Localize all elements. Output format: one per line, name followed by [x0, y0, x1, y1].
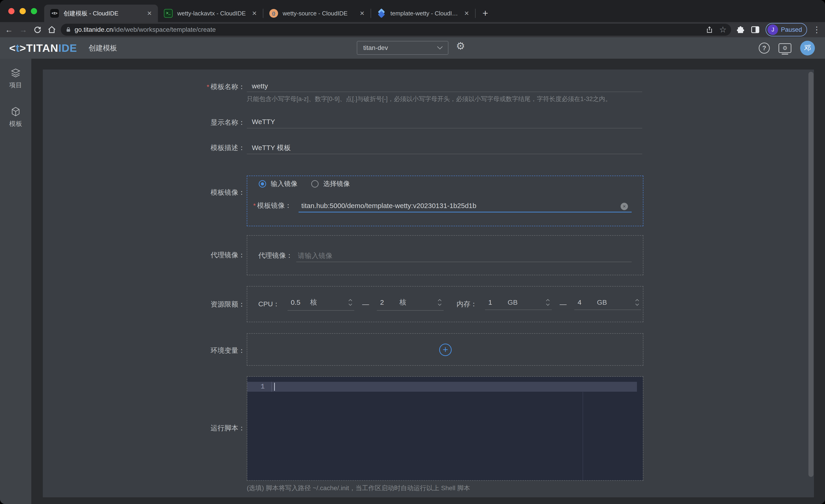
radio-selected-icon: [259, 180, 266, 187]
radio-label: 输入镜像: [271, 179, 297, 188]
script-code-editor[interactable]: 1: [247, 377, 643, 480]
sync-status: Paused: [781, 26, 802, 33]
radio-input-image[interactable]: 输入镜像: [259, 179, 297, 188]
cpu-label: CPU：: [258, 300, 280, 309]
radio-label: 选择镜像: [323, 179, 350, 188]
close-tab-icon[interactable]: ✕: [464, 10, 469, 17]
inner-proxy-label: 代理镜像：: [258, 251, 293, 260]
cpu-min-value: 0.5: [291, 299, 310, 306]
stepper-arrows-icon[interactable]: [348, 299, 353, 306]
field-label-script: 运行脚本：: [43, 423, 245, 433]
cpu-max-value: 2: [380, 299, 399, 306]
tab-wetty-lackavtx[interactable]: >_ wetty-lackavtx - CloudIDE ✕: [158, 5, 263, 22]
add-env-var-button[interactable]: +: [439, 344, 452, 356]
address-bar[interactable]: go.titanide.cn/ide/web/workspace/templat…: [61, 24, 731, 36]
titanide-logo: <t>TITANIDE: [9, 41, 77, 54]
tab-title: wetty-lackavtx - CloudIDE: [177, 10, 246, 17]
new-tab-button[interactable]: +: [482, 5, 488, 22]
env-vars-box: +: [247, 333, 644, 366]
description-input[interactable]: WeTTY 模板: [252, 143, 291, 153]
display-name-underline: [247, 128, 642, 129]
cube-icon: [10, 106, 22, 117]
browser-menu-icon[interactable]: ⋮: [813, 25, 821, 34]
monitor-gear-glyph: ⚙: [782, 45, 788, 51]
tab-strip: <t> 创建模板 - CloudIDE ✕ >_ wetty-lackavtx …: [44, 5, 488, 22]
content-panel: *模板名称： wetty 只能包含小写字母[a-z]、数字[0-9]、点[.]与…: [43, 70, 814, 497]
proxy-input-underline: [296, 262, 631, 262]
browser-toolbar: ← → go.titanide.cn/ide/web/workspace/tem…: [0, 22, 825, 37]
field-label-image: 模板镜像：: [43, 188, 245, 197]
inner-image-label: 模板镜像：: [257, 201, 292, 211]
zoom-window-button[interactable]: [31, 8, 37, 14]
tab-title: 创建模板 - CloudIDE: [64, 9, 141, 17]
home-button[interactable]: [47, 24, 57, 35]
minimize-window-button[interactable]: [19, 8, 26, 14]
name-input-underline: [247, 92, 642, 92]
stepper-arrows-icon[interactable]: [635, 299, 639, 306]
mem-min-unit: GB: [508, 299, 518, 306]
close-tab-icon[interactable]: ✕: [147, 10, 152, 17]
field-label-proxy: 代理镜像：: [43, 250, 245, 260]
left-sidebar: 项目 模板: [0, 59, 31, 504]
help-icon[interactable]: ?: [759, 43, 770, 54]
tab-create-template[interactable]: <t> 创建模板 - CloudIDE ✕: [44, 5, 158, 22]
range-dash: —: [559, 300, 567, 308]
back-button[interactable]: ←: [4, 24, 14, 35]
name-input[interactable]: wetty: [252, 82, 268, 90]
lock-icon: [65, 26, 71, 33]
reload-button[interactable]: [32, 24, 43, 35]
settings-gear-icon[interactable]: ⚙: [456, 40, 465, 52]
mem-max-unit: GB: [597, 299, 607, 306]
mem-min-stepper[interactable]: 1 GB: [485, 299, 552, 310]
tab-template-wetty[interactable]: template-wetty - CloudIDE ✕: [371, 5, 475, 22]
close-window-button[interactable]: [8, 8, 14, 14]
editor-ruler: [583, 392, 583, 480]
tab-wetty-source[interactable]: {} wetty-source - CloudIDE ✕: [263, 5, 371, 22]
field-label-resources: 资源限额：: [43, 300, 245, 309]
bookmark-star-icon[interactable]: ☆: [719, 25, 727, 34]
proxy-image-input[interactable]: [298, 252, 615, 260]
sidebar-item-projects[interactable]: 项目: [0, 67, 31, 90]
stepper-arrows-icon[interactable]: [438, 299, 442, 306]
radio-unselected-icon: [311, 180, 319, 187]
close-tab-icon[interactable]: ✕: [252, 10, 257, 17]
share-icon[interactable]: [706, 25, 713, 34]
page-title: 创建模板: [89, 43, 117, 53]
chevron-down-icon: [437, 46, 443, 50]
template-image-input[interactable]: [301, 202, 614, 209]
main-area: 项目 模板 *模板名称： wetty 只能包含小写字母[a-z]、数字[0-9]…: [0, 59, 825, 504]
radio-select-image[interactable]: 选择镜像: [311, 179, 350, 188]
line-number: 1: [247, 382, 268, 392]
editor-active-line: 1: [247, 382, 637, 392]
workspace-select[interactable]: titan-dev: [357, 41, 448, 55]
terminal-favicon-icon: >_: [164, 9, 173, 18]
forward-button[interactable]: →: [18, 24, 28, 35]
name-hint: 只能包含小写字母[a-z]、数字[0-9]、点[.]与破折号[-]，必须以小写字…: [247, 95, 611, 103]
field-label-description: 模板描述：: [43, 143, 245, 153]
stepper-arrows-icon[interactable]: [546, 299, 550, 306]
tab-title: wetty-source - CloudIDE: [283, 10, 354, 17]
template-image-box: 输入镜像 选择镜像 * 模板镜像： ✕: [247, 176, 644, 226]
extensions-puzzle-icon[interactable]: [735, 25, 745, 34]
system-settings-icon[interactable]: ⚙: [778, 43, 792, 53]
profile-avatar: J: [767, 24, 778, 35]
sidebar-item-templates[interactable]: 模板: [0, 106, 31, 128]
cpu-max-stepper[interactable]: 2 核: [377, 298, 444, 311]
mem-min-value: 1: [488, 299, 508, 306]
scrollbar-thumb[interactable]: [808, 72, 814, 477]
side-panel-icon[interactable]: [750, 25, 760, 34]
tab-bar: <t> 创建模板 - CloudIDE ✕ >_ wetty-lackavtx …: [0, 0, 825, 22]
clear-input-icon[interactable]: ✕: [621, 203, 628, 210]
tab-title: template-wetty - CloudIDE: [390, 10, 458, 17]
mem-max-stepper[interactable]: 4 GB: [574, 299, 641, 310]
close-tab-icon[interactable]: ✕: [360, 10, 365, 17]
layers-icon: [10, 67, 22, 79]
cpu-min-stepper[interactable]: 0.5 核: [288, 298, 354, 311]
code-favicon-icon: {}: [269, 9, 278, 18]
display-name-input[interactable]: WeTTY: [252, 118, 275, 125]
description-underline: [247, 154, 642, 154]
url-text: go.titanide.cn/ide/web/workspace/templat…: [75, 26, 216, 33]
profile-chip[interactable]: J Paused: [766, 23, 807, 36]
user-avatar[interactable]: 邓: [800, 41, 815, 56]
cpu-min-unit: 核: [310, 298, 317, 307]
